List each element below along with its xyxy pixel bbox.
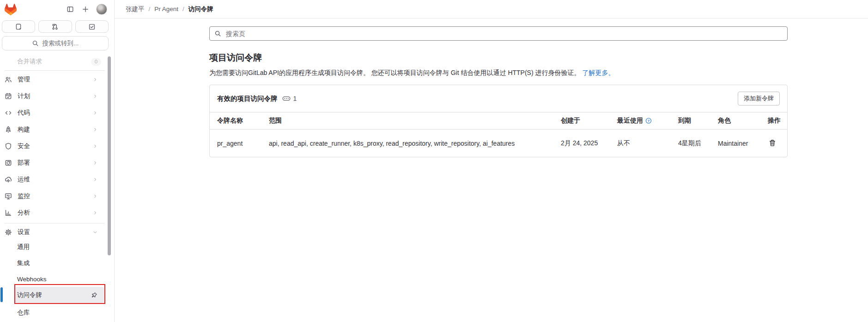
col-created: 创建于 — [557, 112, 613, 130]
sidebar-item-label: 管理 — [18, 75, 30, 84]
breadcrumb-separator: / — [182, 6, 184, 12]
chevron-right-icon — [93, 77, 97, 82]
issues-shortcut-button[interactable] — [2, 20, 35, 33]
todo-shortcut-button[interactable] — [75, 20, 109, 33]
token-name: pr_agent — [210, 130, 265, 157]
sidebar-item-secure[interactable]: 安全 — [4, 139, 103, 154]
sidebar-item-merge-requests[interactable]: 合并请求 0 — [4, 56, 103, 68]
trash-icon — [769, 139, 776, 147]
sidebar-item-label: 部署 — [18, 159, 30, 167]
col-actions: 操作 — [764, 112, 787, 130]
merge-request-icon — [51, 23, 59, 31]
token-count: 1 — [282, 95, 297, 102]
sidebar-item-label: Webhooks — [17, 276, 47, 283]
sidebar-item-label: 合并请求 — [17, 57, 42, 66]
breadcrumb-current: 访问令牌 — [188, 5, 213, 13]
page-search-input[interactable] — [225, 30, 783, 38]
sidebar-item-label: 计划 — [18, 92, 30, 100]
chevron-right-icon — [93, 94, 97, 99]
table-header-row: 令牌名称 范围 创建于 最近使用 ? 到期 角色 操作 — [210, 112, 787, 130]
breadcrumb-project[interactable]: Pr Agent — [154, 6, 178, 12]
main-content: 项目访问令牌 为您需要访问GitLab API的应用程序生成项目访问令牌。 您还… — [115, 19, 868, 322]
issues-icon — [15, 23, 22, 31]
chevron-down-icon — [93, 230, 97, 235]
users-icon — [5, 76, 12, 83]
gitlab-logo[interactable] — [5, 4, 17, 15]
token-created: 2月 24, 2025 — [557, 130, 613, 157]
shield-icon — [5, 142, 12, 150]
user-avatar[interactable] — [96, 4, 107, 15]
gear-icon — [5, 229, 12, 236]
sidebar-item-label: 集成 — [17, 259, 30, 267]
col-last-used-label: 最近使用 — [617, 117, 643, 125]
sidebar-item-label: 设置 — [18, 228, 30, 236]
sidebar-item-label: 代码 — [18, 109, 30, 117]
sidebar-item-manage[interactable]: 管理 — [4, 72, 103, 87]
collapse-sidebar-button[interactable] — [66, 5, 75, 14]
revoke-token-button[interactable] — [768, 138, 777, 148]
page-title: 项目访问令牌 — [209, 52, 788, 64]
help-icon[interactable]: ? — [645, 118, 652, 124]
collapse-sidebar-icon — [67, 6, 74, 13]
sidebar-search-button[interactable]: 搜索或转到... — [2, 36, 109, 50]
code-icon — [5, 109, 12, 117]
pin-icon[interactable] — [91, 292, 97, 298]
chevron-right-icon — [93, 127, 97, 132]
sidebar-item-analyze[interactable]: 分析 — [4, 205, 103, 220]
sidebar-item-label: 通用 — [17, 243, 30, 251]
sidebar-item-label: 监控 — [18, 192, 30, 200]
token-expires: 4星期后 — [674, 130, 714, 157]
chevron-right-icon — [93, 177, 97, 182]
deploy-icon — [5, 159, 12, 167]
sidebar-item-general[interactable]: 通用 — [4, 239, 103, 255]
page-description: 为您需要访问GitLab API的应用程序生成项目访问令牌。 您还可以将项目访问… — [209, 68, 788, 77]
description-text: 为您需要访问GitLab API的应用程序生成项目访问令牌。 您还可以将项目访问… — [209, 69, 580, 76]
sidebar-search-label: 搜索或转到... — [42, 39, 79, 48]
sidebar-item-build[interactable]: 构建 — [4, 122, 103, 137]
svg-text:?: ? — [648, 119, 650, 123]
search-icon — [32, 40, 39, 47]
col-token-name: 令牌名称 — [210, 112, 265, 130]
token-last-used: 从不 — [613, 130, 674, 157]
chevron-right-icon — [93, 194, 97, 198]
card-header: 有效的项目访问令牌 1 添加新令牌 — [210, 85, 787, 112]
plus-icon — [82, 6, 89, 13]
breadcrumb-user[interactable]: 张建平 — [126, 5, 145, 13]
sidebar-item-monitor[interactable]: 监控 — [4, 189, 103, 204]
sidebar-item-label: 访问令牌 — [17, 291, 42, 299]
sidebar-item-label: 运维 — [18, 175, 30, 184]
sidebar-item-operate[interactable]: 运维 — [4, 172, 103, 187]
monitor-icon — [5, 192, 12, 200]
token-icon — [282, 95, 291, 102]
chevron-right-icon — [93, 144, 97, 149]
sidebar-item-access-tokens[interactable]: 访问令牌 — [4, 287, 103, 303]
learn-more-link[interactable]: 了解更多。 — [582, 69, 614, 76]
sidebar-item-webhooks[interactable]: Webhooks — [4, 271, 103, 287]
sidebar-item-settings[interactable]: 设置 — [4, 225, 103, 240]
add-token-button[interactable]: 添加新令牌 — [738, 92, 780, 105]
todo-check-icon — [88, 23, 96, 31]
col-role: 角色 — [714, 112, 764, 130]
breadcrumb-separator: / — [149, 6, 151, 12]
calendar-icon — [5, 93, 12, 100]
rocket-icon — [5, 126, 12, 133]
create-new-button[interactable] — [81, 5, 90, 14]
sidebar-item-integrations[interactable]: 集成 — [4, 255, 103, 271]
sidebar-header — [0, 0, 114, 19]
sidebar-item-code[interactable]: 代码 — [4, 105, 103, 120]
sidebar-item-repository[interactable]: 仓库 — [4, 304, 103, 321]
sidebar-item-plan[interactable]: 计划 — [4, 89, 103, 104]
cloud-gear-icon — [5, 176, 12, 183]
sidebar-item-label: 分析 — [18, 209, 30, 217]
chevron-right-icon — [93, 211, 97, 215]
sidebar-scrollbar[interactable] — [108, 56, 111, 255]
chevron-right-icon — [93, 111, 97, 115]
sidebar-item-label: 仓库 — [17, 309, 30, 317]
divider — [5, 223, 105, 223]
merge-requests-shortcut-button[interactable] — [38, 20, 72, 33]
token-scopes: api, read_api, create_runner, k8s_proxy,… — [265, 130, 557, 157]
divider — [5, 70, 105, 71]
table-row: pr_agent api, read_api, create_runner, k… — [210, 130, 787, 157]
sidebar-item-label: 构建 — [18, 125, 30, 134]
sidebar-item-deploy[interactable]: 部署 — [4, 155, 103, 170]
